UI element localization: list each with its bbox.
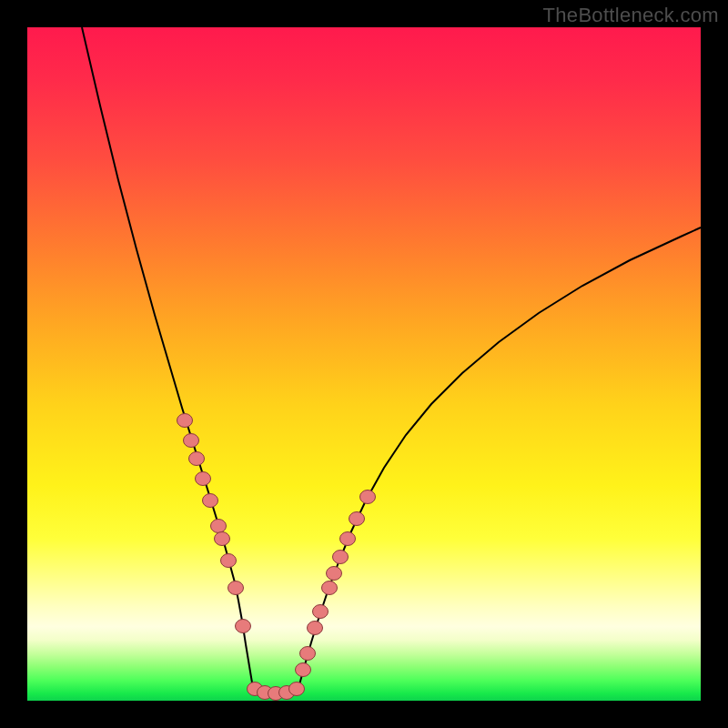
data-dot [221,554,237,568]
dots-group [177,414,376,701]
data-dot [203,494,218,508]
data-dot [289,682,305,696]
curve-left-curve [82,27,253,688]
plot-area [27,27,701,701]
chart-svg [27,27,701,701]
data-dot [215,532,230,546]
chart-frame: TheBottleneck.com [0,0,728,728]
data-dot [236,620,251,633]
data-dot [196,472,211,486]
data-dot [313,605,329,619]
data-dot [300,647,316,661]
data-dot [333,551,349,564]
data-dot [308,622,323,635]
data-dot [327,567,342,581]
watermark-text: TheBottleneck.com [543,4,719,27]
data-dot [189,452,205,466]
data-dot [296,663,311,677]
data-dot [340,532,356,546]
curve-right-curve [298,228,701,688]
data-dot [228,581,244,595]
data-dot [211,520,227,533]
curve-group [82,27,701,694]
data-dot [177,414,193,428]
data-dot [322,581,338,595]
data-dot [349,512,365,526]
data-dot [184,434,199,448]
data-dot [360,490,376,504]
